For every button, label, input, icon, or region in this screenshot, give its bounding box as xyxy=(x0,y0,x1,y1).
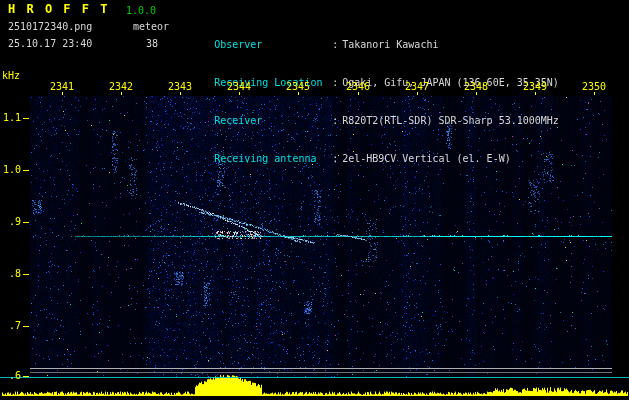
info-row: Observer:Takanori Kawachi xyxy=(178,27,559,41)
time-tick: 2350 xyxy=(574,81,614,93)
info-colon: : xyxy=(332,39,342,51)
time-tick: 2349 xyxy=(515,81,555,93)
info-value: R820T2(RTL-SDR) SDR-Sharp 53.1000MHz xyxy=(342,115,559,126)
freq-tick: 1.1 xyxy=(0,112,21,124)
info-label: Receiving antenna xyxy=(214,153,332,165)
mode-label: meteor xyxy=(133,21,169,33)
info-colon: : xyxy=(332,153,342,165)
datetime: 25.10.17 23:40 xyxy=(8,38,92,50)
time-tick: 2342 xyxy=(101,81,141,93)
freq-tick: .8 xyxy=(0,268,21,280)
time-tick: 2346 xyxy=(338,81,378,93)
info-row: Receiving Location:Ogaki, Gifu, JAPAN (1… xyxy=(178,65,559,79)
info-label: Receiver xyxy=(214,115,332,127)
filename: 2510172340.png xyxy=(8,21,92,33)
info-colon: : xyxy=(332,115,342,127)
hrofft-window: H R O F F T 1.0.0 2510172340.png meteor … xyxy=(0,0,629,400)
info-row: Receiving antenna:2el-HB9CV Vertical (el… xyxy=(178,141,559,155)
info-row: Receiver:R820T2(RTL-SDR) SDR-Sharp 53.10… xyxy=(178,103,559,117)
freq-tick: .6 xyxy=(0,370,21,382)
app-title: H R O F F T xyxy=(8,3,109,15)
time-tick: 2343 xyxy=(160,81,200,93)
freq-tick: .9 xyxy=(0,216,21,228)
meteor-count: 38 xyxy=(146,38,158,50)
info-value: Takanori Kawachi xyxy=(342,39,438,50)
time-tick: 2345 xyxy=(278,81,318,93)
time-tick: 2348 xyxy=(456,81,496,93)
info-label: Observer xyxy=(214,39,332,51)
info-value: 2el-HB9CV Vertical (el. E-W) xyxy=(342,153,511,164)
time-tick: 2344 xyxy=(219,81,259,93)
app-version: 1.0.0 xyxy=(126,5,156,17)
time-tick: 2347 xyxy=(397,81,437,93)
time-tick: 2341 xyxy=(42,81,82,93)
freq-unit-label: kHz xyxy=(2,70,20,82)
freq-tick: .7 xyxy=(0,320,21,332)
freq-tick: 1.0 xyxy=(0,164,21,176)
